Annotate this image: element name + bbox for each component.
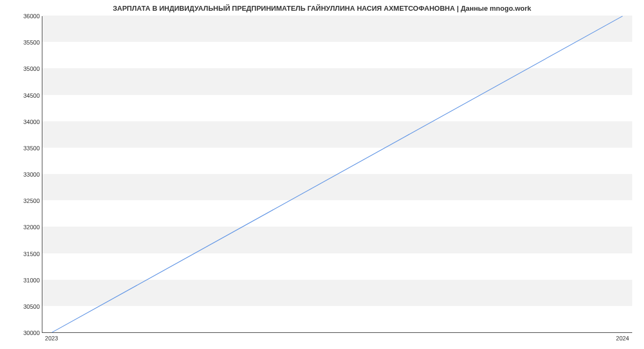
y-tick-label: 35000 xyxy=(8,66,40,72)
y-tick-label: 36000 xyxy=(8,13,40,19)
x-tick-label: 2024 xyxy=(616,335,629,341)
y-tick-label: 32000 xyxy=(8,224,40,230)
plot-area xyxy=(42,16,632,333)
salary-chart: ЗАРПЛАТА В ИНДИВИДУАЛЬНЫЙ ПРЕДПРИНИМАТЕЛ… xyxy=(0,0,644,349)
y-tick-label: 35500 xyxy=(8,39,40,46)
y-tick-label: 31500 xyxy=(8,251,40,257)
y-tick-label: 30500 xyxy=(8,303,40,310)
y-tick-label: 31000 xyxy=(8,277,40,283)
salary-line xyxy=(42,16,632,332)
chart-title: ЗАРПЛАТА В ИНДИВИДУАЛЬНЫЙ ПРЕДПРИНИМАТЕЛ… xyxy=(0,4,644,12)
y-tick-label: 34500 xyxy=(8,92,40,99)
y-tick-label: 30000 xyxy=(8,330,40,336)
y-tick-label: 33500 xyxy=(8,145,40,151)
y-tick-label: 32500 xyxy=(8,198,40,204)
x-tick-label: 2023 xyxy=(45,335,58,341)
y-tick-label: 34000 xyxy=(8,119,40,125)
y-tick-label: 33000 xyxy=(8,171,40,178)
